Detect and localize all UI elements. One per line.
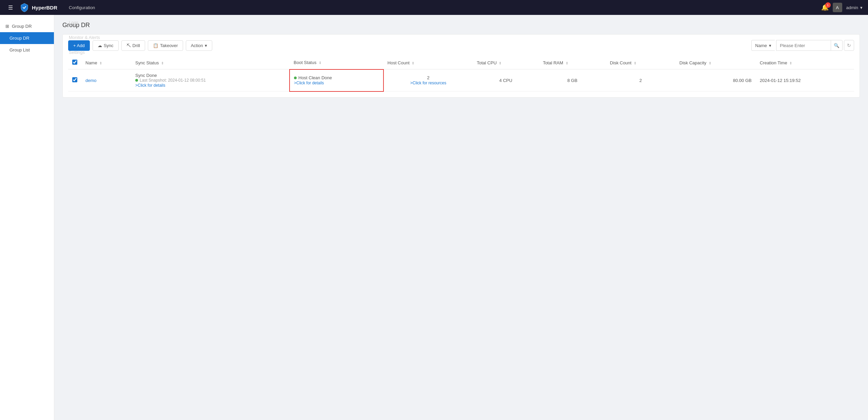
sidebar-items: Group DRGroup List: [0, 32, 54, 56]
action-chevron-icon: ▾: [205, 43, 207, 48]
cell-boot-status: Host Clean Done >Click for details: [290, 69, 383, 91]
content-card: + Add ☁ Sync ⛏ Drill 📋 Takeover Action ▾: [62, 34, 860, 98]
toolbar: + Add ☁ Sync ⛏ Drill 📋 Takeover Action ▾: [68, 40, 854, 51]
user-chevron: ▾: [860, 5, 863, 10]
cell-total-ram: 8 GB: [539, 69, 606, 91]
row-checkbox[interactable]: [72, 77, 77, 82]
table-wrap: Name ⇕ Sync Status ⇕ Boot Status ⇕: [68, 56, 854, 92]
app-logo: HyperBDR: [20, 3, 57, 12]
cell-disk-capacity: 80.00 GB: [675, 69, 756, 91]
boot-dot: [294, 77, 297, 79]
host-count-value: 2: [388, 75, 469, 80]
grid-icon: ⊞: [5, 24, 9, 29]
user-avatar: A: [833, 3, 842, 12]
col-sync-status: Sync Status ⇕: [131, 56, 290, 69]
sort-host-icon: ⇕: [412, 61, 414, 65]
nav-item-configuration[interactable]: Configuration: [64, 0, 105, 15]
col-disk-count: Disk Count ⇕: [606, 56, 675, 69]
sidebar-item-group-dr[interactable]: Group DR: [0, 32, 54, 44]
top-navigation: ☰ HyperBDR DashboardDRGroup DRConfigurat…: [0, 0, 868, 15]
select-all-checkbox[interactable]: [72, 60, 77, 65]
user-label: admin: [846, 5, 858, 10]
app-name: HyperBDR: [32, 5, 57, 10]
cell-sync-status: Sync Done Last Snapshot: 2024-01-12 08:0…: [131, 69, 290, 91]
nav-items: DashboardDRGroup DRConfigurationLogsMoni…: [64, 0, 105, 60]
sidebar-parent-label: Group DR: [12, 24, 32, 29]
sort-cpu-icon: ⇕: [499, 61, 501, 65]
sort-sync-icon: ⇕: [161, 61, 164, 65]
cell-name: demo: [81, 69, 131, 91]
table-header-row: Name ⇕ Sync Status ⇕ Boot Status ⇕: [68, 56, 854, 69]
nav-right: 🔔 1 A admin ▾: [821, 3, 863, 12]
nav-item-settings[interactable]: Settings: [64, 45, 105, 60]
table-row: demo Sync Done Last Snapshot: 2024-01-12…: [68, 69, 854, 91]
col-total-cpu: Total CPU ⇕: [473, 56, 539, 69]
search-area: Name ▾ 🔍 ↻: [751, 40, 854, 51]
sort-name-icon: ⇕: [99, 61, 102, 65]
host-count-link[interactable]: >Click for resources: [410, 81, 446, 85]
sort-time-icon: ⇕: [789, 61, 792, 65]
cell-disk-count: 2: [606, 69, 675, 91]
sidebar-parent-group-dr[interactable]: ⊞ Group DR: [0, 20, 54, 32]
notification-bell[interactable]: 🔔 1: [821, 4, 829, 11]
demo-link[interactable]: demo: [85, 78, 97, 83]
takeover-button[interactable]: 📋 Takeover: [148, 40, 183, 51]
drill-icon: ⛏: [126, 43, 131, 48]
page-title: Group DR: [62, 22, 860, 29]
sync-status-link[interactable]: >Click for details: [135, 83, 285, 88]
row-checkbox-cell: [68, 69, 81, 91]
sidebar-item-group-list[interactable]: Group List: [0, 44, 54, 56]
col-disk-capacity: Disk Capacity ⇕: [675, 56, 756, 69]
cell-host-count: 2 >Click for resources: [383, 69, 473, 91]
user-menu[interactable]: admin ▾: [846, 5, 863, 10]
col-creation-time: Creation Time ⇕: [756, 56, 854, 69]
col-host-count: Host Count ⇕: [383, 56, 473, 69]
search-icon-button[interactable]: 🔍: [831, 40, 842, 51]
sync-dot: [135, 79, 138, 82]
table-body: demo Sync Done Last Snapshot: 2024-01-12…: [68, 69, 854, 91]
nav-item-monitor-alerts[interactable]: Monitor & Alerts: [64, 30, 105, 45]
bell-badge: 1: [825, 2, 831, 8]
search-select[interactable]: Name ▾: [751, 40, 775, 51]
sync-status-label: Sync Done: [135, 73, 285, 78]
col-boot-status: Boot Status ⇕: [290, 56, 383, 69]
search-input-wrap: 🔍: [776, 40, 843, 51]
main-content: Group DR + Add ☁ Sync ⛏ Drill 📋 Takeover: [54, 15, 868, 420]
group-dr-table: Name ⇕ Sync Status ⇕ Boot Status ⇕: [68, 56, 854, 92]
action-button[interactable]: Action ▾: [186, 40, 212, 51]
sort-boot-icon: ⇕: [319, 61, 321, 65]
sort-disk-cap-icon: ⇕: [709, 61, 711, 65]
sort-disk-count-icon: ⇕: [634, 61, 636, 65]
boot-status-link[interactable]: >Click for details: [294, 80, 379, 85]
drill-button[interactable]: ⛏ Drill: [121, 40, 145, 51]
refresh-button[interactable]: ↻: [844, 40, 854, 51]
cell-total-cpu: 4 CPU: [473, 69, 539, 91]
cell-creation-time: 2024-01-12 15:19:52: [756, 69, 854, 91]
takeover-icon: 📋: [153, 43, 158, 48]
boot-status-label: Host Clean Done: [294, 75, 379, 80]
hamburger-menu[interactable]: ☰: [5, 3, 16, 12]
select-chevron-icon: ▾: [769, 43, 771, 48]
sort-ram-icon: ⇕: [566, 61, 568, 65]
sync-status-detail: Last Snapshot: 2024-01-12 08:00:51: [135, 78, 285, 83]
search-input[interactable]: [776, 41, 831, 50]
col-total-ram: Total RAM ⇕: [539, 56, 606, 69]
nav-item-logs[interactable]: Logs: [64, 15, 105, 30]
sidebar: ⊞ Group DR Group DRGroup List: [0, 15, 54, 420]
